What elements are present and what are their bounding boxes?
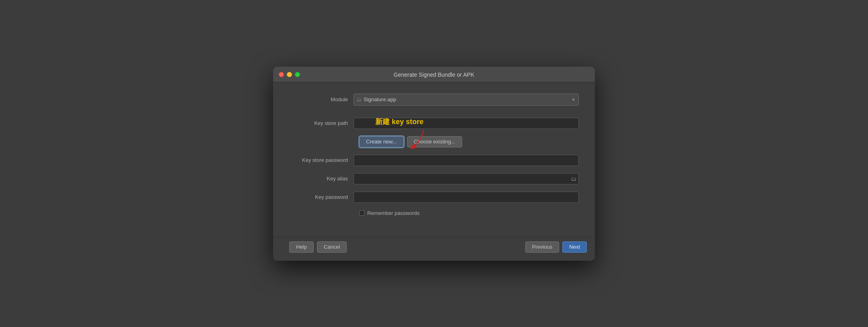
maximize-button[interactable]: [295, 72, 300, 77]
dialog-title: Generate Signed Bundle or APK: [394, 72, 475, 78]
keystore-password-row: Key store password: [289, 155, 579, 166]
remember-passwords-text: Remember passwords: [367, 210, 420, 216]
module-select-wrapper: 🗂 Signature.app ▼: [354, 94, 579, 106]
keystore-password-label: Key store password: [289, 157, 354, 163]
key-alias-input[interactable]: [354, 173, 579, 184]
title-bar: Generate Signed Bundle or APK: [273, 67, 595, 82]
help-button[interactable]: Help: [289, 241, 314, 253]
next-button[interactable]: Next: [562, 241, 587, 253]
key-password-row: Key password: [289, 192, 579, 203]
keystore-password-input[interactable]: [354, 155, 579, 166]
module-label: Module: [289, 96, 354, 102]
footer-right: Previous Next: [525, 241, 587, 253]
key-alias-wrapper: 🗂: [354, 173, 579, 184]
dialog-body: Module 🗂 Signature.app ▼ Key store path …: [273, 82, 595, 235]
key-alias-row: Key alias 🗂: [289, 173, 579, 184]
module-row: Module 🗂 Signature.app ▼: [289, 94, 579, 106]
key-password-label: Key password: [289, 194, 354, 200]
dialog-wrapper: Generate Signed Bundle or APK Module 🗂 S…: [0, 0, 868, 327]
create-new-button[interactable]: Create new...: [359, 136, 404, 147]
previous-button[interactable]: Previous: [525, 241, 559, 253]
cancel-button[interactable]: Cancel: [317, 241, 347, 253]
footer-left: Help Cancel: [289, 241, 347, 253]
keystore-actions-row: 新建 key store Create new... Choose existi…: [289, 136, 579, 147]
close-button[interactable]: [279, 72, 284, 77]
remember-passwords-row: Remember passwords: [289, 210, 579, 216]
choose-existing-button[interactable]: Choose existing...: [407, 136, 462, 147]
remember-passwords-label[interactable]: Remember passwords: [359, 210, 420, 216]
minimize-button[interactable]: [287, 72, 292, 77]
remember-passwords-checkbox[interactable]: [359, 211, 364, 216]
keystore-path-label: Key store path: [289, 120, 354, 126]
annotation-wrapper: 新建 key store Create new...: [359, 136, 404, 147]
keystore-path-input[interactable]: [354, 118, 579, 129]
dialog-footer: Help Cancel Previous Next: [273, 237, 595, 261]
keystore-path-row: Key store path: [289, 118, 579, 129]
key-alias-label: Key alias: [289, 176, 354, 182]
key-password-input[interactable]: [354, 192, 579, 203]
traffic-lights: [279, 72, 300, 77]
module-select[interactable]: Signature.app: [354, 94, 579, 106]
folder-icon: 🗂: [571, 176, 576, 182]
key-alias-browse-button[interactable]: 🗂: [570, 175, 577, 183]
dialog: Generate Signed Bundle or APK Module 🗂 S…: [273, 67, 595, 261]
